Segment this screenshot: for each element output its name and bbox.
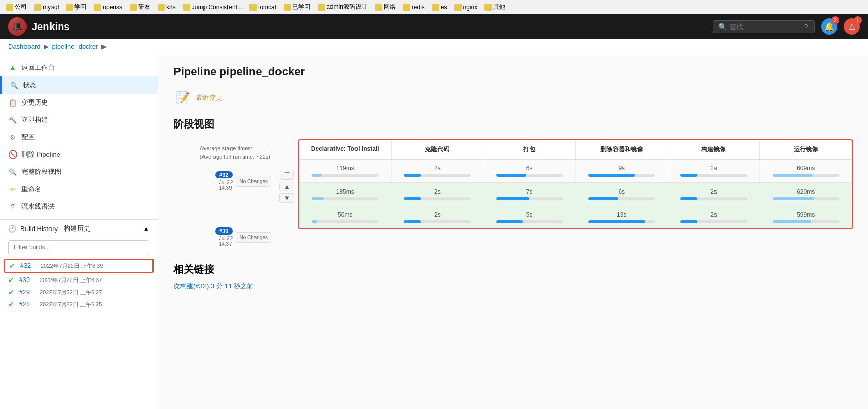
sidebar-item-delete[interactable]: 🚫 删除 Pipeline [0, 146, 158, 163]
bookmark-item[interactable]: mysql [32, 3, 61, 12]
breadcrumb-dashboard[interactable]: Dashboard [8, 43, 41, 50]
question-icon: ? [804, 23, 808, 31]
main-layout: ▲ 返回工作台 🔍 状态 📋 变更历史 🔨 立即构建 ⚙ 配置 🚫 删除 Pip… [0, 55, 868, 409]
build-label-32: #32 Jul 22 14:39 No Changes [173, 166, 275, 196]
build-number-32: #32 [20, 262, 36, 269]
avg-cell-2[interactable]: 6s [483, 160, 576, 182]
avg-cell-0[interactable]: 119ms [299, 160, 392, 182]
avg-bar-2 [496, 174, 563, 177]
build-30-cell-4[interactable]: 2s [668, 206, 760, 228]
sidebar-item-full-stage[interactable]: 🔍 完整阶段视图 [0, 163, 158, 181]
bar-32-2 [496, 197, 563, 200]
build-32-cell-3[interactable]: 6s [576, 183, 668, 206]
build-history-section: 🕐 Build History 构建历史 ▲ [0, 219, 158, 237]
bookmark-item[interactable]: 其他 [482, 2, 507, 12]
bookmark-item[interactable]: admin源码设计 [316, 2, 370, 12]
sidebar-item-history[interactable]: 📋 变更历史 [0, 94, 158, 111]
header-right: 🔍 ? 🔔 2 ⚠ 1 [713, 18, 860, 35]
check-icon-28: ✔ [8, 300, 14, 309]
bookmark-item[interactable]: 网络 [373, 2, 398, 12]
bar-30-1 [404, 220, 471, 223]
build-32-cell-4[interactable]: 2s [668, 183, 760, 206]
build-30-cell-0[interactable]: 50ms [299, 206, 392, 228]
jenkins-title: Jenkins [32, 21, 69, 33]
breadcrumb-pipeline[interactable]: pipeline_docker [52, 43, 98, 50]
avg-cell-3[interactable]: 9s [576, 160, 668, 182]
config-icon: ⚙ [8, 133, 17, 142]
avg-cell-1[interactable]: 2s [392, 160, 484, 182]
bookmark-item[interactable]: tomcat [247, 3, 278, 12]
bookmark-item[interactable]: 学习 [64, 2, 89, 12]
bar-30-4 [680, 220, 747, 223]
bookmark-item[interactable]: 已学习 [282, 2, 313, 12]
chevron-up-icon[interactable]: ▲ [143, 225, 149, 233]
bar-32-3 [588, 197, 655, 200]
avg-cell-5[interactable]: 609ms [760, 160, 852, 182]
stage-header-0: Declarative: Tool Install [299, 140, 392, 159]
build-item-30[interactable]: ✔ #30 2022年7月22日 上午6:37 [0, 274, 158, 286]
build-badge-30[interactable]: #30 [215, 227, 233, 235]
build-history-title: 🕐 Build History 构建历史 [8, 224, 90, 233]
bar-30-3 [588, 220, 655, 223]
build-number-29: #29 [19, 289, 35, 296]
build-30-cell-2[interactable]: 5s [483, 206, 576, 228]
notification-count: 2 [831, 16, 839, 24]
sidebar-item-rename[interactable]: ✏ 重命名 [0, 181, 158, 198]
sidebar-item-build[interactable]: 🔨 立即构建 [0, 111, 158, 129]
sidebar-item-syntax[interactable]: ? 流水线语法 [0, 198, 158, 215]
sidebar-item-status[interactable]: 🔍 状态 [0, 76, 158, 94]
filter-builds-input[interactable] [8, 240, 149, 254]
main-content: Pipeline pipeline_docker 📝 最近变更 阶段视图 Ave… [158, 55, 868, 409]
bookmark-item[interactable]: redis [401, 3, 427, 12]
build-item-29[interactable]: ✔ #29 2022年7月22日 上午6:27 [0, 286, 158, 298]
rename-icon: ✏ [8, 185, 17, 194]
sidebar-item-back[interactable]: ▲ 返回工作台 [0, 59, 158, 76]
bookmark-item[interactable]: Jump Consistent... [181, 3, 244, 12]
stage-header-5: 运行镜像 [760, 140, 852, 159]
build-32-cell-0[interactable]: 185ms [299, 183, 392, 206]
build-32-cell-1[interactable]: 2s [392, 183, 484, 206]
next-build-link[interactable]: 次构建(#32),3 分 11 秒之前 [173, 282, 254, 290]
search-box[interactable]: 🔍 ? [713, 20, 815, 33]
build-30-cell-3[interactable]: 13s [576, 206, 668, 228]
recent-changes[interactable]: 📝 最近变更 [173, 89, 853, 107]
bookmark-item[interactable]: 公司 [4, 2, 29, 12]
delete-icon: 🚫 [8, 150, 17, 159]
no-changes-btn-30[interactable]: No Changes [236, 232, 271, 243]
build-date-32: Jul 22 14:39 [219, 180, 233, 191]
search-input[interactable] [730, 23, 801, 31]
notification-badge[interactable]: 🔔 2 [821, 18, 837, 35]
bookmark-item[interactable]: k8s [156, 3, 178, 12]
avg-times-row: 119ms 2s 6s 9s [299, 160, 852, 183]
sidebar-item-config[interactable]: ⚙ 配置 [0, 129, 158, 146]
build-item-28[interactable]: ✔ #28 2022年7月22日 上午6:25 [0, 298, 158, 311]
related-links-title: 相关链接 [173, 263, 853, 276]
build-32-cell-2[interactable]: 7s [483, 183, 576, 206]
check-icon-32: ✔ [9, 262, 15, 270]
build-30-cell-1[interactable]: 2s [392, 206, 484, 228]
bookmark-item[interactable]: openss [92, 3, 124, 12]
bookmark-item[interactable]: 研友 [127, 2, 152, 12]
build-30-cell-5[interactable]: 599ms [760, 206, 852, 228]
stage-header-3: 删除容器和镜像 [576, 140, 668, 159]
stage-header-row: Declarative: Tool Install 克隆代码 打包 删除容器和镜… [299, 140, 852, 160]
nav-first-arrow[interactable]: ⊤ [280, 170, 294, 180]
build-badge-32[interactable]: #32 [215, 171, 233, 178]
full-stage-icon: 🔍 [8, 167, 17, 176]
jenkins-header: 🎩 Jenkins 🔍 ? 🔔 2 ⚠ 1 [0, 14, 868, 39]
alert-badge[interactable]: ⚠ 1 [844, 18, 860, 35]
bookmark-item[interactable]: es [430, 3, 449, 12]
build-label-empty [173, 196, 275, 222]
stage-view-table: Declarative: Tool Install 克隆代码 打包 删除容器和镜… [298, 139, 853, 229]
avg-cell-4[interactable]: 2s [668, 160, 760, 182]
nav-down-arrow[interactable]: ▼ [279, 193, 294, 203]
no-changes-btn-32[interactable]: No Changes [236, 176, 271, 187]
build-item-32[interactable]: ✔ #32 2022年7月22日 上午6:39 [4, 259, 154, 273]
nav-arrows: ⊤ ▲ ▼ [279, 139, 294, 203]
nav-up-arrow[interactable]: ▲ [279, 182, 294, 191]
jenkins-logo: 🎩 Jenkins [8, 17, 69, 36]
build-number-28: #28 [19, 301, 35, 308]
bookmark-item[interactable]: nginx [452, 3, 480, 12]
check-icon-29: ✔ [8, 288, 14, 296]
build-32-cell-5[interactable]: 620ms [760, 183, 852, 206]
